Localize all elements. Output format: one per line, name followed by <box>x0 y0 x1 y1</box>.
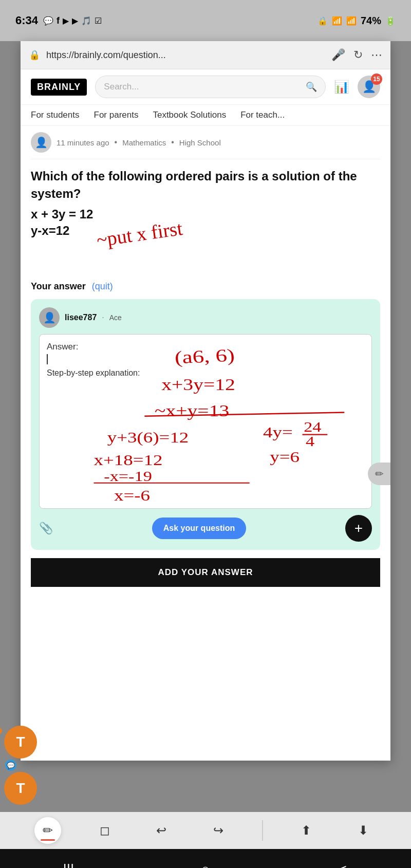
notification-badge: 15 <box>371 73 382 85</box>
your-answer-label: Your answer <box>31 281 86 292</box>
brainly-logo[interactable]: BRAINLY <box>31 79 87 96</box>
menu-button[interactable]: ⋯ <box>371 48 382 62</box>
stats-icon[interactable]: 📊 <box>334 80 349 94</box>
back-chevron-icon: < <box>338 861 346 868</box>
t-avatar-orange-1[interactable]: T <box>4 726 37 759</box>
math-handwriting-svg: (a6, 6) x+3y=12 ~x+y=13 y+3(6)=12 4y= 24 <box>40 335 371 508</box>
browser-container: 🔒 https://brainly.com/question... 🎤 ↻ ⋯ … <box>21 41 390 761</box>
search-icon[interactable]: 🔍 <box>306 81 317 93</box>
search-placeholder: Search... <box>104 82 302 92</box>
post-avatar: 👤 <box>31 132 51 153</box>
svg-text:~x+y=13: ~x+y=13 <box>155 402 229 420</box>
attachment-icon[interactable]: 📎 <box>39 522 53 535</box>
equation-1: x + 3y = 12 <box>31 207 380 221</box>
post-subject: Mathematics <box>122 138 166 147</box>
fab-plus-button[interactable]: + <box>345 515 372 542</box>
nav-link-parents[interactable]: For parents <box>94 110 139 120</box>
nav-menu-button[interactable]: ||| <box>53 854 84 868</box>
share-button[interactable]: ⬆ <box>293 817 320 844</box>
answer-content-box: Answer: Step-by-step explanation: (a6, 6… <box>39 334 372 509</box>
answer-card: 👤 lisee787 · Ace Answer: Step-by-step ex… <box>31 299 380 550</box>
download-button[interactable]: ⬇ <box>350 817 377 844</box>
battery-text: 74% <box>361 15 381 27</box>
svg-text:24: 24 <box>304 420 321 435</box>
t-avatar-orange-2[interactable]: T <box>4 772 37 805</box>
answer-label: Answer: <box>47 342 364 352</box>
play-icon: ▶ <box>72 16 78 26</box>
separator: · <box>102 313 104 322</box>
chat-badge: 💬 <box>5 760 16 771</box>
add-answer-bar[interactable]: ADD YOUR ANSWER <box>31 558 380 587</box>
download-icon: ⬇ <box>358 823 368 838</box>
mic-button[interactable]: 🎤 <box>331 48 345 62</box>
post-time: 11 minutes ago <box>57 138 109 147</box>
facebook-icon: f <box>57 15 60 26</box>
svg-text:y=6: y=6 <box>270 449 300 465</box>
toolbar-divider <box>262 820 263 841</box>
content-area: 👤 11 minutes ago • Mathematics • High Sc… <box>21 126 390 592</box>
eraser-tool-button[interactable]: ◻ <box>91 817 118 844</box>
eraser-icon: ◻ <box>100 823 110 838</box>
svg-text:4y=: 4y= <box>263 424 293 440</box>
equation-2-area: y-x=12 ~put x first <box>31 224 380 276</box>
redo-icon: ↪ <box>213 823 223 838</box>
undo-icon: ↩ <box>156 823 166 838</box>
answer-user-row: 👤 lisee787 · Ace <box>39 307 372 328</box>
ask-question-button[interactable]: Ask your question <box>152 518 247 539</box>
menu-bars-icon: ||| <box>63 861 74 868</box>
lock-icon: 🔒 <box>29 49 40 61</box>
music-icon: 🎵 <box>81 16 91 26</box>
avatar-wrapper: 👤 15 <box>358 76 380 98</box>
status-time: 6:34 <box>15 14 38 27</box>
question-text: Which of the following ordered pairs is … <box>31 168 380 202</box>
lock-status-icon: 🔒 <box>317 16 328 26</box>
t-avatar-letter-1: T <box>16 734 25 750</box>
answer-avatar: 👤 <box>39 307 60 328</box>
search-bar[interactable]: Search... 🔍 <box>95 76 326 98</box>
url-input[interactable]: https://brainly.com/question... <box>46 50 325 61</box>
reload-button[interactable]: ↻ <box>353 48 363 62</box>
check-icon: ☑ <box>95 16 102 26</box>
meta-dot-1: • <box>115 138 118 147</box>
svg-text:x=-6: x=-6 <box>114 488 150 504</box>
status-right: 🔒 📶 📶 74% 🔋 <box>317 15 396 27</box>
svg-text:4: 4 <box>306 434 314 449</box>
quit-link[interactable]: (quit) <box>92 281 113 292</box>
pencil-tool-button[interactable]: ✏ <box>34 817 61 844</box>
main-wrapper: 6:34 💬 f ▶ ▶ 🎵 ☑ 🔒 📶 📶 74% 🔋 🔒 https:// <box>0 0 411 868</box>
answer-username: lisee787 <box>65 313 97 322</box>
svg-text:x+18=12: x+18=12 <box>94 452 162 468</box>
answer-actions: 📎 Ask your question + <box>39 515 372 542</box>
nav-link-students[interactable]: For students <box>31 110 80 120</box>
bottom-nav: ||| ○ < <box>0 849 411 868</box>
orange-dot <box>0 728 2 734</box>
undo-button[interactable]: ↩ <box>148 817 175 844</box>
nav-home-button[interactable]: ○ <box>190 854 221 868</box>
step-label: Step-by-step explanation: <box>47 368 364 378</box>
post-level: High School <box>179 138 221 147</box>
redo-button[interactable]: ↪ <box>205 817 232 844</box>
svg-text:-x=-19: -x=-19 <box>104 469 152 484</box>
share-icon: ⬆ <box>301 823 311 838</box>
signal-icon: 📶 <box>346 16 357 26</box>
message-icon: 💬 <box>43 16 53 26</box>
answer-badge: Ace <box>109 313 122 322</box>
svg-line-4 <box>144 413 344 416</box>
status-icons: 💬 f ▶ ▶ 🎵 ☑ <box>43 15 102 26</box>
equation-2: y-x=12 <box>31 224 380 238</box>
edit-float-button[interactable]: ✏ <box>368 463 390 485</box>
brainly-navbar: BRAINLY Search... 🔍 📊 👤 15 <box>21 69 390 105</box>
post-meta: 👤 11 minutes ago • Mathematics • High Sc… <box>31 126 380 159</box>
nav-link-textbook[interactable]: Textbook Solutions <box>153 110 226 120</box>
svg-text:x+3y=12: x+3y=12 <box>161 376 235 394</box>
status-left: 6:34 💬 f ▶ ▶ 🎵 ☑ <box>15 14 102 27</box>
nav-link-teachers[interactable]: For teach... <box>240 110 285 120</box>
nav-back-button[interactable]: < <box>327 854 358 868</box>
battery-icon: 🔋 <box>385 16 396 26</box>
pencil-icon: ✏ <box>43 823 53 838</box>
youtube-icon: ▶ <box>63 16 69 26</box>
question-block: Which of the following ordered pairs is … <box>31 159 380 592</box>
home-circle-icon: ○ <box>201 861 210 868</box>
nav-links: For students For parents Textbook Soluti… <box>21 105 390 126</box>
wifi-icon: 📶 <box>332 16 342 26</box>
